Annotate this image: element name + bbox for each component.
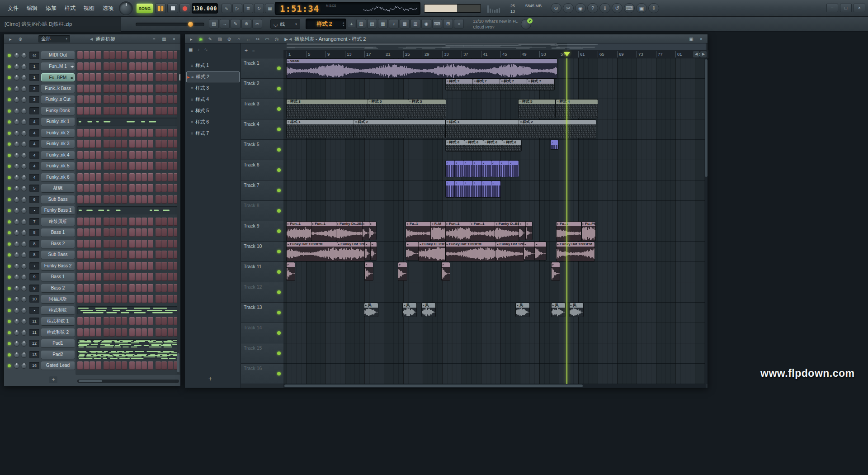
channel-button[interactable]: 柱式和弦 1 <box>41 317 75 325</box>
pattern-selector[interactable]: 样式 2 ▴▾ <box>306 19 346 29</box>
picker-panel-icon[interactable]: ▥ <box>356 19 366 28</box>
channel-pan-knob[interactable] <box>14 219 19 224</box>
step-cell[interactable] <box>148 317 153 325</box>
step-cell[interactable] <box>116 51 121 59</box>
channel-number[interactable]: 4 <box>29 174 39 181</box>
playlist-lane[interactable] <box>283 282 706 303</box>
step-cell[interactable] <box>90 361 95 370</box>
step-cell[interactable] <box>142 284 147 292</box>
step-cell[interactable] <box>142 184 147 192</box>
step-cell[interactable] <box>129 295 135 303</box>
step-cell[interactable] <box>142 173 147 181</box>
step-cell[interactable] <box>148 140 153 148</box>
mic-record-icon[interactable]: ◉ <box>575 3 586 13</box>
step-cell[interactable] <box>142 140 147 148</box>
step-cell[interactable] <box>96 151 101 159</box>
note-clip[interactable]: ♪ <box>491 181 500 197</box>
track-header[interactable]: Track 5 <box>241 140 283 160</box>
audio-clip[interactable]: ▸Funky Hat 128BPM <box>446 242 496 261</box>
midi-channel-icon[interactable]: ◎ <box>29 52 39 59</box>
step-cell[interactable] <box>148 361 153 370</box>
playlist-lane[interactable]: ▸风..▸风...▸风..▸风.▸风..▸风.. <box>283 303 706 323</box>
channel-led[interactable] <box>8 253 11 256</box>
step-cell[interactable] <box>90 284 95 292</box>
channel-pan-knob[interactable] <box>14 318 19 324</box>
step-cell[interactable] <box>96 162 101 170</box>
cloud-download-icon[interactable]: ⇩ <box>648 3 659 13</box>
channel-button[interactable]: Bass 2 <box>41 284 75 292</box>
step-cell[interactable] <box>116 162 121 170</box>
step-cell[interactable] <box>161 361 167 370</box>
step-cell[interactable] <box>136 284 141 292</box>
step-cell[interactable] <box>77 51 83 59</box>
step-cell[interactable] <box>142 251 147 259</box>
step-cell[interactable] <box>77 62 83 71</box>
note-clip[interactable]: ♪ <box>509 161 518 177</box>
plugin-grid-icon[interactable]: ▣ <box>636 3 647 13</box>
channel-led[interactable] <box>8 209 11 212</box>
pattern-clip[interactable]: ≡样式 6 <box>502 140 521 151</box>
step-cell[interactable] <box>142 228 147 237</box>
step-cell[interactable] <box>148 273 153 281</box>
step-cell[interactable] <box>156 62 161 71</box>
step-cell[interactable] <box>109 162 115 170</box>
step-cell[interactable] <box>84 328 89 337</box>
tempo-tap-icon[interactable]: ◉ <box>421 19 431 28</box>
notifications-bell-icon[interactable]: 2 <box>521 19 531 29</box>
channel-button[interactable]: 柱式和弦 <box>41 306 75 314</box>
track-led[interactable] <box>277 352 281 355</box>
playhead-marker[interactable] <box>564 52 570 58</box>
step-cell[interactable] <box>122 361 127 370</box>
channel-button[interactable]: 咚鼓贝斯 <box>41 218 75 226</box>
channel-pan-knob[interactable] <box>14 119 19 124</box>
step-cell[interactable] <box>96 73 101 81</box>
pattern-clip[interactable]: ≡样式 1 <box>446 120 519 138</box>
step-cell[interactable] <box>129 361 135 370</box>
channel-volume-knob[interactable] <box>21 97 27 102</box>
step-cell[interactable] <box>90 151 95 159</box>
step-cell[interactable] <box>90 295 95 303</box>
audio-clip[interactable]: ▸Funky Dr..2BBPM 1 <box>336 222 363 241</box>
step-cell[interactable] <box>142 51 147 59</box>
step-cell[interactable] <box>104 85 109 93</box>
track-led[interactable] <box>277 128 281 131</box>
step-cell[interactable] <box>161 251 167 259</box>
tiny-clip[interactable]: ▸ <box>442 262 450 280</box>
channel-led[interactable] <box>8 132 11 135</box>
paint-tool-icon[interactable]: ▨ <box>215 35 224 43</box>
audio-clip[interactable]: ▸Funky Hat 128BPM <box>496 242 524 261</box>
fx-clip[interactable]: ▸风.. <box>552 303 565 317</box>
channel-led[interactable] <box>8 242 11 246</box>
channel-volume-knob[interactable] <box>21 130 27 136</box>
channel-filter-select[interactable]: 全部 ▾ <box>38 35 70 43</box>
step-cell[interactable] <box>136 129 141 137</box>
step-cell[interactable] <box>77 95 83 104</box>
step-cell[interactable] <box>77 262 83 270</box>
step-cell[interactable] <box>168 129 173 137</box>
step-cell[interactable] <box>90 140 95 148</box>
step-cell[interactable] <box>122 195 127 204</box>
step-cell[interactable] <box>156 262 161 270</box>
help-icon[interactable]: ? <box>587 3 598 13</box>
slider-thumb[interactable] <box>188 22 193 27</box>
step-cell[interactable] <box>129 95 135 104</box>
step-cell[interactable] <box>104 62 109 71</box>
step-cell[interactable] <box>122 107 127 115</box>
track-header[interactable]: Track 14 <box>241 323 283 343</box>
link-controller-icon[interactable]: ⊕ <box>241 19 251 28</box>
master-pitch-slider[interactable] <box>136 23 204 26</box>
track-led[interactable] <box>277 290 281 294</box>
pattern-clip[interactable]: ≡样式 5 <box>368 100 408 118</box>
record-clip-icon[interactable]: ◉ <box>196 35 205 43</box>
channel-pan-knob[interactable] <box>14 130 19 136</box>
step-cell[interactable] <box>84 129 89 137</box>
channel-pan-knob[interactable] <box>14 230 19 235</box>
step-cell[interactable] <box>168 151 173 159</box>
step-cell[interactable] <box>122 129 127 137</box>
step-cell[interactable] <box>156 140 161 148</box>
step-cell[interactable] <box>116 251 121 259</box>
channel-volume-knob[interactable] <box>21 363 27 368</box>
step-cell[interactable] <box>142 262 147 270</box>
step-cell[interactable] <box>156 151 161 159</box>
pattern-item[interactable]: ≡样式 3 <box>186 83 240 94</box>
